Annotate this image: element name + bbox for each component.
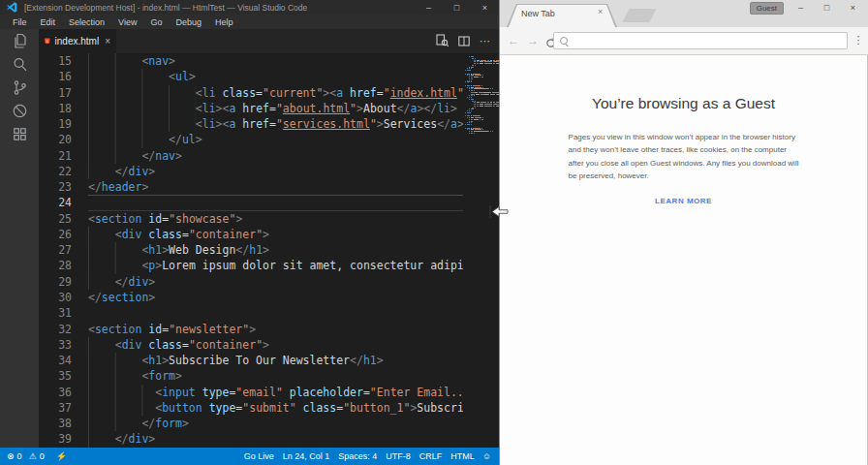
code-line-34[interactable]: 34<h1>Subscribe To Our Newsletter</h1>	[39, 353, 499, 368]
line-number: 16	[39, 69, 72, 84]
guest-body: Pages you view in this window won’t appe…	[500, 131, 867, 183]
code-line-32[interactable]: 32<section id="newsletter">	[39, 322, 499, 337]
guest-body-line: and they won’t leave other traces, like …	[569, 143, 799, 156]
vscode-tab-bar: 5 index.html × ⋯	[39, 29, 499, 53]
status-ln-24-col-1[interactable]: Ln 24, Col 1	[283, 451, 330, 461]
error-icon: ⊗	[7, 451, 15, 461]
code-line-28[interactable]: 28<p>Lorem ipsum dolor sit amet, consect…	[39, 258, 499, 273]
status-crlf[interactable]: CRLF	[419, 451, 443, 461]
code-line-37[interactable]: 37<button type="submit" class="button_1"…	[39, 400, 499, 416]
menu-debug[interactable]: Debug	[169, 17, 208, 27]
html5-icon: 5	[45, 36, 50, 46]
split-editor-icon[interactable]	[458, 33, 470, 50]
browser-tab-title[interactable]: New Tab	[521, 9, 555, 18]
browser-menu-icon[interactable]: ⋮	[852, 34, 864, 46]
code-line-24[interactable]: 24	[39, 195, 499, 210]
menu-file[interactable]: File	[6, 17, 34, 27]
guest-heading: You’re browsing as a Guest	[500, 95, 867, 112]
status-go-live[interactable]: Go Live	[244, 451, 274, 461]
browser-close-icon[interactable]: ×	[840, 0, 866, 15]
status-right: Go LiveLn 24, Col 1Spaces: 4UTF-8CRLFHTM…	[235, 451, 475, 461]
status-utf-8[interactable]: UTF-8	[386, 451, 411, 461]
code-line-26[interactable]: 26<div class="container">	[39, 227, 499, 242]
code-line-31[interactable]: 31	[39, 305, 499, 321]
feedback-smiley-icon[interactable]: ☺	[482, 451, 491, 461]
code-lines[interactable]: 15<nav>16<ul>17<li class="current"><a hr…	[39, 53, 499, 448]
code-line-33[interactable]: 33<div class="container">	[39, 337, 499, 353]
problems-indicator[interactable]: ⊗ 0 ⚠ 0	[7, 451, 47, 461]
status-spaces-4[interactable]: Spaces: 4	[338, 451, 377, 461]
resize-cursor-icon	[485, 204, 511, 223]
browser-minimize-icon[interactable]: –	[788, 0, 814, 15]
vscode-minimize-icon[interactable]: –	[415, 0, 443, 15]
learn-more-link[interactable]: LEARN MORE	[500, 197, 867, 205]
line-number: 26	[39, 227, 72, 242]
line-number: 38	[39, 416, 72, 431]
code-line-36[interactable]: 36<input type="email" placeholder="Enter…	[39, 385, 499, 400]
warning-count: 0	[40, 451, 45, 461]
code-line-29[interactable]: 29</div>	[39, 274, 499, 290]
line-number: 31	[39, 305, 72, 321]
line-number: 20	[39, 132, 72, 147]
vscode-title: [Extension Development Host] - index.htm…	[24, 3, 307, 13]
code-line-15[interactable]: 15<nav>	[39, 53, 499, 69]
menu-selection[interactable]: Selection	[62, 17, 111, 27]
browser-maximize-icon[interactable]: □	[814, 0, 840, 15]
minimap[interactable]	[463, 53, 499, 448]
forward-icon[interactable]: →	[527, 31, 539, 50]
line-number: 21	[39, 148, 72, 164]
code-line-38[interactable]: 38</form>	[39, 416, 499, 431]
menu-go[interactable]: Go	[143, 17, 169, 27]
code-line-17[interactable]: 17<li class="current"><a href="index.htm…	[39, 85, 499, 101]
omnibox[interactable]	[553, 32, 848, 49]
lightning-icon[interactable]: ⚡	[56, 451, 67, 461]
line-number: 37	[39, 400, 72, 416]
browser-tab-strip: New Tab × Guest – □ ×	[500, 0, 868, 27]
tab-close-icon[interactable]: ×	[105, 36, 110, 46]
line-number: 19	[39, 116, 72, 132]
line-number: 28	[39, 258, 72, 273]
browser-tab-close-icon[interactable]: ×	[598, 9, 603, 16]
search-icon[interactable]	[0, 53, 39, 76]
browser-window: New Tab × Guest – □ × ← → ⋮ You’re brows…	[499, 0, 868, 465]
code-line-18[interactable]: 18<li><a href="about.html">About</a></li…	[39, 101, 499, 116]
code-line-25[interactable]: 25<section id="showcase">	[39, 211, 499, 227]
code-line-23[interactable]: 23</header>	[39, 179, 499, 195]
tab-index-html[interactable]: 5 index.html ×	[39, 29, 116, 53]
explorer-icon[interactable]	[0, 30, 39, 52]
extensions-icon[interactable]	[0, 123, 39, 145]
menu-help[interactable]: Help	[208, 17, 240, 27]
line-number: 36	[39, 385, 72, 400]
code-line-35[interactable]: 35<form>	[39, 368, 499, 384]
code-line-27[interactable]: 27<h1>Web Design</h1>	[39, 242, 499, 258]
line-number: 33	[39, 337, 72, 353]
menu-view[interactable]: View	[111, 17, 143, 27]
code-line-39[interactable]: 39</div>	[39, 431, 499, 447]
source-control-icon[interactable]	[0, 77, 39, 99]
vscode-close-icon[interactable]: ×	[471, 0, 499, 15]
line-number: 24	[39, 195, 72, 210]
tab-label: index.html	[55, 36, 100, 46]
line-number: 15	[39, 53, 72, 69]
line-number: 25	[39, 211, 72, 227]
guest-body-line: Pages you view in this window won’t appe…	[569, 131, 799, 143]
status-html[interactable]: HTML	[450, 451, 475, 461]
vscode-titlebar[interactable]: [Extension Development Host] - index.htm…	[0, 0, 499, 15]
guest-badge[interactable]: Guest	[750, 2, 784, 15]
code-line-16[interactable]: 16<ul>	[39, 69, 499, 84]
code-line-21[interactable]: 21</nav>	[39, 148, 499, 164]
more-actions-icon[interactable]: ⋯	[480, 35, 490, 47]
menu-edit[interactable]: Edit	[34, 17, 63, 27]
code-line-22[interactable]: 22</div>	[39, 164, 499, 179]
guest-body-line: after you close all open Guest windows. …	[569, 157, 799, 170]
back-icon[interactable]: ←	[508, 31, 519, 50]
code-line-20[interactable]: 20</ul>	[39, 132, 499, 147]
open-preview-icon[interactable]	[436, 33, 449, 50]
code-line-19[interactable]: 19<li><a href="services.html">Services</…	[39, 116, 499, 132]
debug-icon[interactable]	[0, 100, 39, 122]
vscode-logo-icon	[7, 2, 17, 13]
new-tab-button[interactable]	[623, 9, 657, 22]
vscode-maximize-icon[interactable]: □	[443, 0, 471, 15]
code-line-30[interactable]: 30</section>	[39, 290, 499, 305]
line-number: 27	[39, 242, 72, 258]
